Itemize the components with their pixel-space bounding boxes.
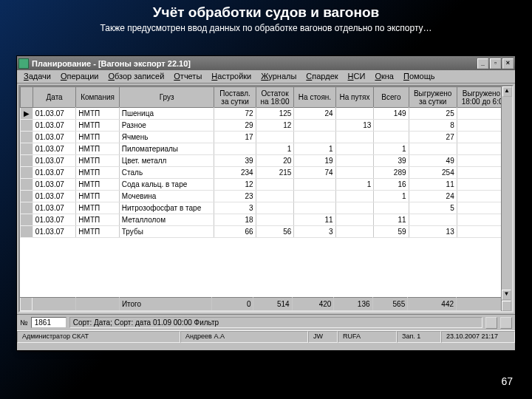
table-row[interactable]: 01.03.07НМТПСода кальц. в таре1211611 — [21, 179, 512, 191]
col-header[interactable]: Компания — [76, 87, 119, 108]
col-header[interactable]: Поставл. за сутки — [214, 87, 256, 108]
table-row[interactable]: ▶01.03.07НМТППшеница72125241492528 — [21, 108, 512, 120]
cell: 19 — [294, 155, 335, 167]
col-header[interactable] — [21, 87, 33, 108]
cell: НМТП — [76, 108, 119, 120]
col-header[interactable]: Выгружено за сутки — [409, 87, 457, 108]
cell: 289 — [374, 167, 409, 179]
cell — [21, 179, 33, 191]
cell — [21, 155, 33, 167]
cell: Разное — [119, 120, 214, 132]
menu-Отчеты[interactable]: Отчеты — [169, 71, 206, 82]
cell: Сода кальц. в таре — [119, 179, 214, 191]
col-header[interactable]: Груз — [119, 87, 214, 108]
cell: НМТП — [76, 155, 119, 167]
menu-Задачи[interactable]: Задачи — [19, 71, 55, 82]
table-row[interactable]: 01.03.07НМТППиломатериалы111 — [21, 143, 512, 155]
cell — [21, 132, 33, 143]
cell: 01.03.07 — [33, 202, 75, 214]
menu-Операции[interactable]: Операции — [56, 71, 103, 82]
cell — [374, 120, 409, 132]
titlebar: Планирование - [Вагоны экспорт 22.10] _ … — [17, 56, 515, 70]
status-stamp: Зап. 1 — [397, 331, 441, 343]
record-no-label: № — [20, 318, 28, 327]
table-row[interactable]: 01.03.07НМТПРазное291213828 — [21, 120, 512, 132]
maximize-button[interactable]: ▫ — [490, 58, 501, 69]
table-row[interactable]: 01.03.07НМТПМеталлолом18111110 — [21, 214, 512, 226]
cell: 01.03.07 — [33, 143, 75, 155]
cell: 01.03.07 — [33, 108, 75, 120]
cell: 3 — [214, 202, 256, 214]
cell: 18 — [214, 214, 256, 226]
vertical-scrollbar[interactable]: ▲ ▼ — [501, 86, 512, 311]
menu-Обзор записей[interactable]: Обзор записей — [103, 71, 168, 82]
table-row[interactable]: 01.03.07НМТПЦвет. металл392019394913 — [21, 155, 512, 167]
cell: 29 — [214, 120, 256, 132]
cell — [294, 191, 335, 202]
menu-Окна[interactable]: Окна — [370, 71, 398, 82]
cell — [409, 214, 457, 226]
cell: 01.03.07 — [33, 226, 75, 238]
menu-Помощь[interactable]: Помощь — [399, 71, 440, 82]
cell — [335, 155, 374, 167]
cell: 12 — [256, 120, 294, 132]
table-row[interactable]: 01.03.07НМТПНитрозофосфат в таре35 — [21, 202, 512, 214]
menu-Спардек[interactable]: Спардек — [301, 71, 342, 82]
scroll-down-button[interactable]: ▼ — [502, 290, 511, 300]
cell: 01.03.07 — [33, 167, 75, 179]
cell: Нитрозофосфат в таре — [119, 202, 214, 214]
cell: 11 — [294, 214, 335, 226]
cell — [335, 132, 374, 143]
cell: 39 — [374, 155, 409, 167]
tool-icon-1[interactable] — [485, 317, 497, 329]
cell: 1 — [256, 143, 294, 155]
cell: 234 — [214, 167, 256, 179]
cell — [256, 191, 294, 202]
cell: 39 — [214, 155, 256, 167]
col-header[interactable]: Остаток на 18:00 — [256, 87, 294, 108]
cell: ▶ — [21, 108, 33, 120]
menu-Настройки[interactable]: Настройки — [207, 71, 256, 82]
cell — [21, 226, 33, 238]
cell: 149 — [374, 108, 409, 120]
filter-bar: № Сорт: Дата; Сорт: дата 01.09 00:00 Фил… — [17, 314, 515, 330]
cell: 74 — [294, 167, 335, 179]
total-cell: 442 — [408, 298, 457, 311]
cell: 01.03.07 — [33, 179, 75, 191]
tool-icon-2[interactable] — [500, 317, 512, 329]
cell — [374, 202, 409, 214]
table-row[interactable]: 01.03.07НМТПТрубы6656359137 — [21, 226, 512, 238]
cell: 13 — [335, 120, 374, 132]
cell — [256, 202, 294, 214]
cell: 3 — [294, 226, 335, 238]
cell — [214, 143, 256, 155]
cell: Мочевина — [119, 191, 214, 202]
col-header[interactable]: На путях — [335, 87, 374, 108]
col-header[interactable]: На стоян. — [294, 87, 335, 108]
table-row[interactable]: 01.03.07НМТПСталь2342157428925429 — [21, 167, 512, 179]
cell: НМТП — [76, 120, 119, 132]
cell: 66 — [214, 226, 256, 238]
menu-НСИ[interactable]: НСИ — [344, 71, 370, 82]
close-button[interactable]: × — [502, 58, 514, 69]
page-number: 67 — [501, 375, 513, 387]
scroll-up-button[interactable]: ▲ — [502, 86, 512, 97]
sort-filter-label: Сорт: Дата; Сорт: дата 01.09 00:00 Фильт… — [69, 317, 482, 328]
cell — [335, 214, 374, 226]
scroll-corner — [502, 301, 511, 311]
cell: НМТП — [76, 167, 119, 179]
col-header[interactable]: Всего — [374, 87, 409, 108]
col-header[interactable]: Дата — [33, 87, 75, 108]
table-row[interactable]: 01.03.07НМТПЯчмень1727 — [21, 132, 512, 143]
record-no-input[interactable] — [31, 317, 66, 328]
cell: 13 — [409, 226, 457, 238]
data-grid[interactable]: ДатаКомпанияГрузПоставл. за суткиОстаток… — [18, 85, 514, 313]
total-cell: 565 — [372, 298, 408, 311]
menubar: ЗадачиОперацииОбзор записейОтчетыНастрой… — [17, 70, 515, 83]
cell: НМТП — [76, 226, 119, 238]
menu-Журналы[interactable]: Журналы — [256, 71, 301, 82]
total-cell — [75, 298, 119, 311]
cell: 254 — [409, 167, 457, 179]
table-row[interactable]: 01.03.07НМТПМочевина23124 — [21, 191, 512, 202]
minimize-button[interactable]: _ — [477, 58, 488, 69]
